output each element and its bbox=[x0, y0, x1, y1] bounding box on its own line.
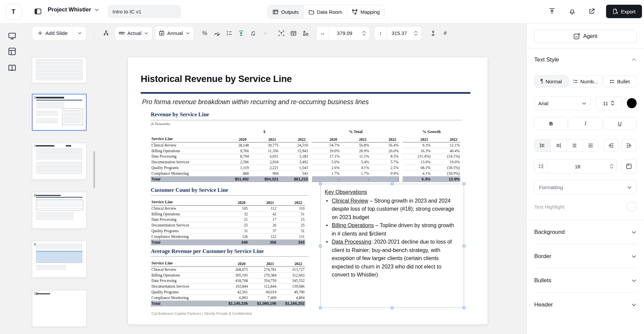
formatting-dropdown[interactable]: Formatting bbox=[534, 180, 637, 194]
project-switcher[interactable]: Project Whistler bbox=[48, 6, 99, 13]
slides-view-icon[interactable] bbox=[8, 32, 16, 40]
line-spacing-stepper[interactable] bbox=[607, 163, 615, 169]
slide-canvas[interactable]: Historical Revenue by Service Line Pro f… bbox=[128, 57, 488, 325]
table-cell: 49,790 bbox=[277, 289, 305, 295]
indent-icon bbox=[626, 143, 632, 148]
scale-dropdown[interactable]: Actual bbox=[115, 26, 152, 40]
text-highlight-swatch[interactable] bbox=[627, 202, 637, 212]
resize-handle[interactable] bbox=[319, 245, 322, 247]
style-normal-button[interactable]: ¶ Normal bbox=[534, 75, 568, 87]
notifications-bell-icon[interactable] bbox=[567, 7, 577, 16]
layout-view-icon[interactable] bbox=[8, 47, 16, 55]
vertical-arrow-icon: ↕ bbox=[374, 27, 387, 40]
agent-ai-icon: AI bbox=[573, 33, 580, 40]
width-field[interactable]: ↔ 379.09 bbox=[316, 26, 370, 40]
resize-handle[interactable] bbox=[319, 306, 322, 309]
table-cell: Data Processing bbox=[151, 278, 220, 284]
text-box-icon[interactable] bbox=[275, 27, 287, 40]
line-spacing-field[interactable]: 18 bbox=[534, 159, 617, 173]
numbered-list-icon[interactable] bbox=[223, 27, 235, 40]
slide-thumbnail[interactable] bbox=[32, 57, 87, 83]
nav-outputs[interactable]: Outputs bbox=[268, 5, 304, 18]
table-cell: 19.0% bbox=[431, 159, 460, 165]
column-gap bbox=[399, 128, 403, 142]
align-right-button[interactable] bbox=[551, 139, 567, 152]
align-justify-button[interactable] bbox=[583, 139, 599, 152]
height-field[interactable]: ↕ 315.37 bbox=[374, 26, 422, 40]
percent-format-icon[interactable]: % bbox=[199, 27, 211, 40]
resize-handle[interactable] bbox=[319, 182, 322, 185]
observations-title: Key Observations bbox=[325, 188, 459, 197]
resize-handle[interactable] bbox=[463, 245, 465, 247]
thumbnail-scrollbar[interactable] bbox=[93, 151, 95, 188]
resize-handle[interactable] bbox=[391, 182, 394, 185]
document-title-input[interactable] bbox=[108, 5, 181, 18]
section-bullets[interactable]: Bullets bbox=[534, 268, 637, 293]
thumbnail-preview-lines bbox=[36, 212, 74, 220]
hierarchy-icon[interactable] bbox=[100, 27, 112, 40]
width-stepper[interactable] bbox=[360, 30, 368, 36]
table-cell: $51,492 bbox=[220, 176, 249, 182]
font-family-dropdown[interactable]: Arial bbox=[534, 96, 591, 110]
table-cell: 274,781 bbox=[248, 267, 277, 273]
height-stepper[interactable] bbox=[412, 30, 420, 36]
font-color-swatch[interactable] bbox=[627, 98, 637, 108]
style-numbered-button[interactable]: Numb... bbox=[568, 75, 602, 87]
font-size-stepper[interactable]: 11 bbox=[595, 96, 622, 110]
slide-thumbnail-8[interactable]: 8 bbox=[32, 192, 87, 229]
nav-mapping[interactable]: Mapping bbox=[347, 5, 384, 18]
table-cell: 11.1% bbox=[340, 154, 370, 159]
table-cell: 7,409 bbox=[248, 295, 277, 300]
column-group-label: % Growth bbox=[403, 128, 460, 135]
agent-button[interactable]: AI Agent bbox=[534, 30, 637, 43]
align-top-icon[interactable] bbox=[235, 27, 247, 40]
section-border[interactable]: Border bbox=[534, 244, 637, 268]
add-slide-split-button: Add Slide bbox=[32, 26, 86, 40]
shapes-icon[interactable] bbox=[300, 27, 312, 40]
resize-handle[interactable] bbox=[463, 182, 465, 185]
add-slide-button[interactable]: Add Slide bbox=[32, 26, 73, 40]
export-button[interactable]: Export bbox=[606, 5, 642, 18]
grid-hash-icon[interactable]: # bbox=[439, 27, 451, 40]
resize-handle[interactable] bbox=[391, 306, 394, 309]
chart-check-icon[interactable] bbox=[247, 27, 259, 40]
table-cell: 12.9% bbox=[431, 176, 460, 182]
slide-thumbnail-9[interactable]: 9 bbox=[32, 241, 87, 278]
bold-button[interactable]: B bbox=[534, 117, 568, 130]
text-style-section-header[interactable]: Text Style bbox=[534, 56, 637, 63]
section-border-label: Border bbox=[534, 253, 551, 260]
sidebar-toggle-icon[interactable] bbox=[34, 7, 42, 16]
align-left-button[interactable] bbox=[535, 139, 551, 152]
section-header[interactable]: Header bbox=[534, 293, 637, 317]
chevron-down-icon bbox=[631, 229, 637, 235]
table-cell: Billing Operations bbox=[151, 211, 220, 217]
upload-icon[interactable] bbox=[547, 7, 557, 16]
slide-number: 6 bbox=[34, 95, 36, 99]
anchor-icon[interactable] bbox=[427, 27, 439, 40]
section-background[interactable]: Background bbox=[534, 220, 637, 244]
open-external-icon[interactable] bbox=[587, 7, 596, 16]
nav-data-room[interactable]: Data Room bbox=[304, 5, 348, 18]
table-cell: 16.3% bbox=[403, 148, 431, 154]
text-style-title: Text Style bbox=[534, 56, 559, 63]
app-logo[interactable]: T bbox=[5, 4, 21, 20]
height-value: 315.37 bbox=[387, 30, 412, 36]
period-dropdown[interactable]: Annual bbox=[155, 26, 194, 40]
slide-thumbnail-10[interactable]: 10 bbox=[32, 290, 87, 327]
slide-thumbnail-6[interactable]: 6 bbox=[32, 94, 87, 131]
slide-thumbnail-7[interactable]: 7 bbox=[32, 143, 87, 180]
indent-button[interactable] bbox=[622, 139, 637, 152]
add-slide-dropdown[interactable] bbox=[73, 26, 86, 40]
key-observations-textbox[interactable]: Key Observations Clinical Review – Stron… bbox=[320, 184, 464, 308]
underline-button[interactable]: U bbox=[603, 117, 637, 130]
align-center-button[interactable] bbox=[567, 139, 583, 152]
outdent-button[interactable] bbox=[603, 139, 618, 152]
chart-edit-icon[interactable] bbox=[211, 27, 223, 40]
table-icon[interactable] bbox=[287, 27, 300, 40]
page-margins-button[interactable] bbox=[621, 159, 637, 173]
notes-view-icon[interactable] bbox=[8, 64, 16, 72]
italic-button[interactable]: I bbox=[568, 117, 602, 130]
table-cell: 354,759 bbox=[248, 278, 277, 284]
resize-handle[interactable] bbox=[463, 306, 465, 309]
style-bullet-button[interactable]: Bullet bbox=[603, 75, 637, 87]
